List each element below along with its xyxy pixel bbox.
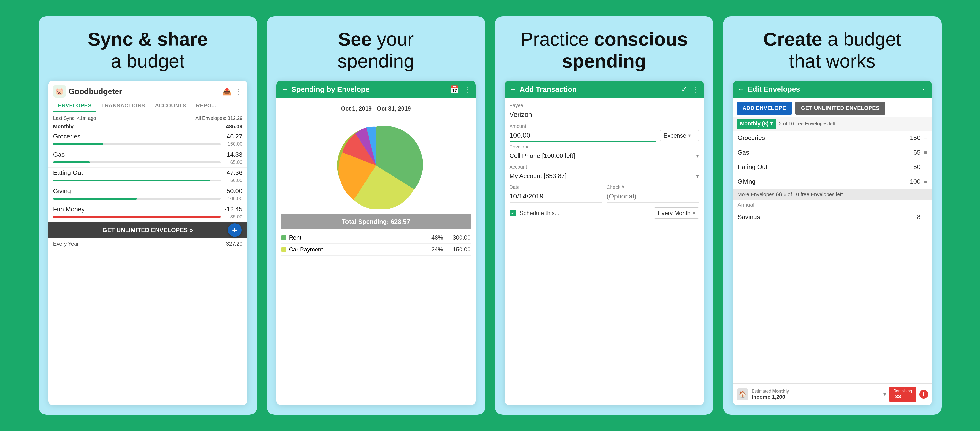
app-name: Goodbudgeter bbox=[69, 87, 122, 96]
env-budget-groceries: 150.00 bbox=[223, 141, 242, 147]
tab-envelopes[interactable]: ENVELOPES bbox=[53, 100, 97, 112]
env-row-groceries4: Groceries 150 ≡ bbox=[733, 131, 932, 145]
main-container: Sync & sharea budget 🐷 Goodbudgeter 📤 ⋮ … bbox=[0, 0, 980, 431]
env-amount-groceries4: 150 bbox=[910, 134, 920, 142]
all-envelopes-text: All Envelopes: 812.29 bbox=[196, 115, 242, 121]
app-logo: 🐷 Goodbudgeter bbox=[53, 85, 122, 98]
sync-row: Last Sync: <1m ago All Envelopes: 812.29 bbox=[48, 112, 247, 122]
env-spent-gas: 14.33 bbox=[226, 151, 242, 158]
monthly-amount: 485.09 bbox=[226, 123, 242, 130]
chevron-income[interactable]: ▾ bbox=[883, 391, 886, 397]
back-arrow-icon3[interactable]: ← bbox=[509, 86, 516, 93]
schedule-checkbox[interactable]: ✓ bbox=[509, 210, 516, 217]
drag-handle-groceries[interactable]: ≡ bbox=[924, 135, 927, 141]
drag-handle-giving[interactable]: ≡ bbox=[924, 179, 927, 185]
check-input[interactable] bbox=[607, 190, 699, 203]
chevron-envelope: ▾ bbox=[696, 153, 699, 159]
fab-add[interactable]: + bbox=[228, 223, 242, 237]
legend-car-payment: Car Payment 24% 150.00 bbox=[282, 244, 471, 255]
date-input[interactable] bbox=[509, 190, 602, 203]
year-section-label: Every Year bbox=[53, 241, 79, 247]
env-name-eating-out: Eating Out bbox=[53, 169, 83, 177]
envelope-row-eating-out: Eating Out 47.36 50.00 bbox=[48, 168, 247, 186]
tab-transactions[interactable]: TRANSACTIONS bbox=[96, 100, 150, 112]
monthly-dropdown-row: Monthly (8) ▾ 2 of 10 free Envelopes lef… bbox=[733, 117, 932, 131]
env-name-eating-out4: Eating Out bbox=[738, 163, 768, 171]
income-amount: Income 1,200 bbox=[752, 394, 880, 400]
annual-label: Annual bbox=[733, 200, 932, 210]
tab-reports[interactable]: REPO... bbox=[191, 100, 221, 112]
get-unlimited-banner[interactable]: GET UNLIMITED ENVELOPES » + bbox=[48, 222, 247, 238]
env-name-giving: Giving bbox=[53, 187, 71, 195]
tab-accounts[interactable]: ACCOUNTS bbox=[150, 100, 191, 112]
env-spent-giving: 50.00 bbox=[226, 187, 242, 195]
chevron-expense: ▾ bbox=[688, 132, 691, 139]
env-budget-giving: 100.00 bbox=[223, 196, 242, 201]
more-vert-icon[interactable]: ⋮ bbox=[235, 87, 242, 96]
card-create-budget: Create a budgetthat works ← Edit Envelop… bbox=[723, 16, 942, 415]
drag-handle-gas[interactable]: ≡ bbox=[924, 149, 927, 156]
income-label: Estimated Monthly bbox=[752, 389, 880, 394]
account-select[interactable]: My Account [853.87] ▾ bbox=[509, 170, 699, 182]
date-label: Date bbox=[509, 184, 602, 190]
more-vert-icon4[interactable]: ⋮ bbox=[920, 85, 927, 93]
payee-input[interactable] bbox=[509, 109, 699, 121]
tabs: ENVELOPES TRANSACTIONS ACCOUNTS REPO... bbox=[53, 100, 242, 112]
total-spending: Total Spending: 628.57 bbox=[282, 214, 471, 229]
card4-title: Create a budgetthat works bbox=[763, 29, 901, 72]
env-amount-giving4: 100 bbox=[910, 178, 920, 185]
date-check-row: Date Check # bbox=[509, 184, 699, 203]
env-budget-fun-money: 35.00 bbox=[223, 214, 242, 220]
envelope-select[interactable]: Cell Phone [100.00 left] ▾ bbox=[509, 150, 699, 162]
envelope-row-gas: Gas 14.33 65.00 bbox=[48, 149, 247, 168]
envelope-value: Cell Phone [100.00 left] bbox=[509, 152, 575, 160]
monthly-label: Monthly bbox=[53, 123, 73, 130]
sync-text: Last Sync: <1m ago bbox=[53, 115, 96, 121]
card1-title: Sync & sharea budget bbox=[88, 29, 208, 72]
drag-handle-savings[interactable]: ≡ bbox=[924, 214, 927, 220]
back-arrow-icon[interactable]: ← bbox=[282, 86, 288, 93]
every-month-dropdown[interactable]: Every Month ▾ bbox=[654, 208, 699, 219]
env-budget-eating-out: 50.00 bbox=[223, 177, 242, 183]
check-icon[interactable]: ✓ bbox=[681, 85, 687, 94]
s2-content: Oct 1, 2019 - Oct 31, 2019 bbox=[277, 98, 476, 405]
env-budget-gas: 65.00 bbox=[223, 160, 242, 165]
env-name-gas4: Gas bbox=[738, 149, 749, 156]
drag-handle-eating-out[interactable]: ≡ bbox=[924, 164, 927, 170]
schedule-row: ✓ Schedule this... Every Month ▾ bbox=[509, 208, 699, 219]
more-vert-icon2[interactable]: ⋮ bbox=[463, 85, 471, 94]
get-unlimited-button[interactable]: GET UNLIMITED ENVELOPES bbox=[795, 102, 885, 115]
s4-title: Edit Envelopes bbox=[745, 85, 920, 93]
chevron-every: ▾ bbox=[692, 210, 695, 216]
remaining-amount: -33 bbox=[893, 393, 912, 400]
amount-row: Expense ▾ bbox=[509, 129, 699, 142]
back-arrow-icon4[interactable]: ← bbox=[738, 85, 745, 93]
remaining-label: Remaining bbox=[893, 389, 912, 393]
card-sync-share: Sync & sharea budget 🐷 Goodbudgeter 📤 ⋮ … bbox=[38, 16, 257, 415]
pie-chart bbox=[282, 115, 471, 212]
rent-amount: 300.00 bbox=[453, 234, 471, 241]
income-icon: 🏠 bbox=[737, 388, 748, 400]
card2-title: See yourspending bbox=[337, 29, 414, 72]
check-label: Check # bbox=[607, 184, 699, 190]
payee-label: Payee bbox=[509, 103, 699, 109]
card-see-spending: See yourspending ← Spending by Envelope … bbox=[267, 16, 485, 415]
envelope-row-fun-money: Fun Money -12.45 35.00 bbox=[48, 204, 247, 222]
more-vert-icon3[interactable]: ⋮ bbox=[692, 85, 699, 94]
expense-dropdown[interactable]: Expense ▾ bbox=[660, 130, 699, 141]
add-envelope-button[interactable]: ADD ENVELOPE bbox=[737, 102, 792, 115]
calendar-icon[interactable]: 📅 bbox=[450, 85, 459, 94]
env-spent-eating-out: 47.36 bbox=[226, 169, 242, 177]
legend-rent: Rent 48% 300.00 bbox=[282, 232, 471, 244]
amount-input[interactable] bbox=[509, 129, 656, 142]
car-percent: 24% bbox=[431, 246, 443, 253]
get-unlimited-label: GET UNLIMITED ENVELOPES » bbox=[102, 227, 193, 233]
upload-icon[interactable]: 📤 bbox=[222, 87, 231, 96]
screen4: ← Edit Envelopes ⋮ ADD ENVELOPE GET UNLI… bbox=[733, 81, 932, 405]
env-name-groceries4: Groceries bbox=[738, 134, 765, 142]
more-envelopes-header: More Envelopes (4) 6 of 10 free Envelope… bbox=[733, 189, 932, 200]
expense-label: Expense bbox=[664, 132, 686, 139]
schedule-label: Schedule this... bbox=[520, 210, 651, 217]
monthly-dropdown[interactable]: Monthly (8) ▾ bbox=[737, 118, 776, 129]
info-icon[interactable]: i bbox=[919, 390, 928, 399]
